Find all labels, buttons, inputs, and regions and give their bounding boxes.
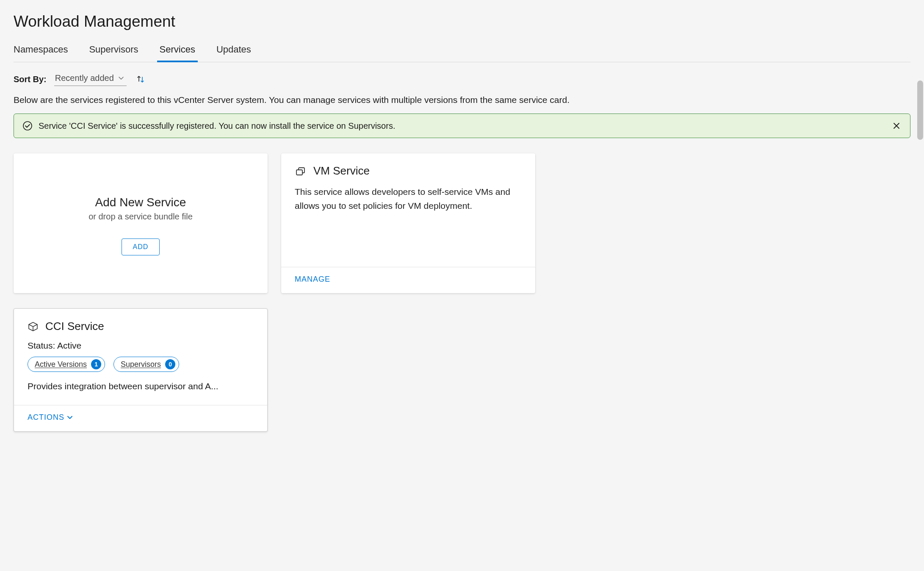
cube-icon <box>28 321 39 332</box>
add-service-card: Add New Service or drop a service bundle… <box>14 153 268 293</box>
alert-message: Service 'CCI Service' is successfully re… <box>39 121 885 131</box>
tab-namespaces[interactable]: Namespaces <box>14 44 68 62</box>
check-circle-icon <box>22 121 33 131</box>
svg-point-0 <box>23 122 32 130</box>
manage-button[interactable]: MANAGE <box>295 275 330 284</box>
active-versions-pill[interactable]: Active Versions 1 <box>28 357 105 372</box>
add-service-subtitle: or drop a service bundle file <box>89 212 193 222</box>
tabs: Namespaces Supervisors Services Updates <box>14 44 910 62</box>
vm-service-card: VM Service This service allows developer… <box>281 153 535 293</box>
cci-status: Status: Active <box>28 341 254 351</box>
cci-service-card: CCI Service Status: Active Active Versio… <box>14 308 268 432</box>
actions-button[interactable]: ACTIONS <box>28 413 73 422</box>
tab-updates[interactable]: Updates <box>216 44 251 62</box>
actions-label: ACTIONS <box>28 413 64 422</box>
sort-select[interactable]: Recently added <box>54 72 127 86</box>
svg-rect-2 <box>296 170 302 175</box>
cci-service-title: CCI Service <box>45 320 104 333</box>
tab-services[interactable]: Services <box>160 44 195 62</box>
add-button[interactable]: ADD <box>122 238 160 255</box>
sort-row: Sort By: Recently added <box>14 72 910 86</box>
active-versions-count: 1 <box>91 359 101 369</box>
chevron-down-icon <box>67 415 73 421</box>
supervisors-pill[interactable]: Supervisors 0 <box>113 357 179 372</box>
vm-service-title: VM Service <box>313 164 370 177</box>
sort-direction-button[interactable] <box>134 73 147 86</box>
scrollbar[interactable] <box>917 80 923 563</box>
sort-by-label: Sort By: <box>14 75 47 84</box>
chevron-down-icon <box>118 75 124 81</box>
tab-supervisors[interactable]: Supervisors <box>89 44 138 62</box>
close-icon <box>892 122 901 130</box>
supervisors-count: 0 <box>165 359 175 369</box>
active-versions-label: Active Versions <box>35 360 87 369</box>
services-description: Below are the services registered to thi… <box>14 94 910 106</box>
scrollbar-thumb[interactable] <box>917 80 923 140</box>
supervisors-label: Supervisors <box>121 360 161 369</box>
sort-arrows-icon <box>136 75 145 84</box>
alert-close-button[interactable] <box>891 121 902 131</box>
success-alert: Service 'CCI Service' is successfully re… <box>14 114 910 138</box>
page-title: Workload Management <box>14 13 910 30</box>
sort-selected-value: Recently added <box>55 73 114 83</box>
cci-service-description: Provides integration between supervisor … <box>28 381 254 391</box>
vm-service-icon <box>295 165 307 177</box>
add-service-title: Add New Service <box>95 196 186 209</box>
vm-service-description: This service allows developers to self-s… <box>295 185 522 258</box>
